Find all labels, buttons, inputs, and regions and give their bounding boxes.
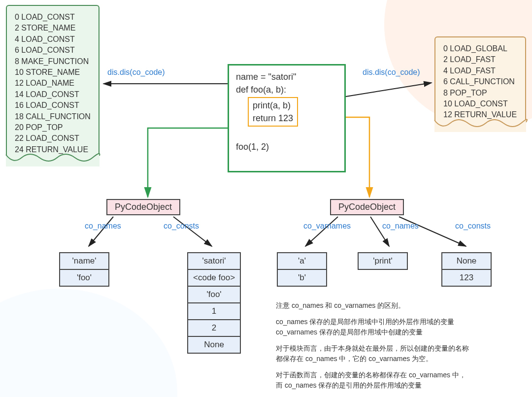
label-right-co-varnames: co_varnames bbox=[303, 222, 351, 231]
table-cell: 'foo' bbox=[188, 286, 240, 303]
note-1: 注意 co_names 和 co_varnames 的区别。 bbox=[276, 300, 522, 311]
table-cell: 'satori' bbox=[188, 253, 240, 269]
dis-line: 20 POP_TOP bbox=[15, 122, 91, 133]
dis-line: 2 LOAD_FAST bbox=[443, 54, 517, 65]
table-cell: 'foo' bbox=[60, 269, 109, 286]
dis-label-left: dis.dis(co_code) bbox=[107, 68, 165, 77]
dis-label-right: dis.dis(co_code) bbox=[363, 68, 420, 77]
dis-line: 0 LOAD_GLOBAL bbox=[443, 43, 517, 54]
dis-line: 4 LOAD_CONST bbox=[15, 34, 91, 45]
dis-line: 18 CALL_FUNCTION bbox=[15, 111, 91, 122]
table-cell: <code foo> bbox=[188, 269, 240, 286]
wavy-edge-icon bbox=[434, 119, 526, 132]
label-left-co-names: co_names bbox=[85, 222, 121, 231]
table-left-co-consts: 'satori'<code foo>'foo'12None bbox=[187, 252, 241, 354]
table-cell: 'a' bbox=[277, 253, 327, 269]
dis-line: 8 MAKE_FUNCTION bbox=[15, 56, 91, 67]
table-cell: None bbox=[188, 336, 240, 353]
src-inner-2: return 123 bbox=[253, 112, 293, 125]
dis-line: 2 STORE_NAME bbox=[15, 23, 91, 33]
dis-line: 22 LOAD_CONST bbox=[15, 133, 91, 144]
table-cell: 2 bbox=[188, 320, 240, 336]
table-right-co-consts: None123 bbox=[441, 252, 492, 287]
dis-line: 8 POP_TOP bbox=[443, 88, 517, 99]
foo-body-box: print(a, b) return 123 bbox=[248, 97, 298, 127]
table-cell: 1 bbox=[188, 303, 240, 320]
dis-line: 12 LOAD_NAME bbox=[15, 78, 91, 89]
dis-line: 14 LOAD_CONST bbox=[15, 89, 91, 100]
src-line-1: name = "satori" bbox=[236, 70, 337, 83]
note-2: co_names 保存的是局部作用域中引用的外层作用域的变量 co_varnam… bbox=[276, 317, 522, 337]
table-right-co-names: 'print' bbox=[358, 252, 408, 270]
pycodeobject-foo: PyCodeObject bbox=[330, 199, 404, 215]
dis-line: 6 CALL_FUNCTION bbox=[443, 76, 517, 87]
dis-box-function: 0 LOAD_GLOBAL2 LOAD_FAST4 LOAD_FAST6 CAL… bbox=[434, 36, 526, 132]
table-cell: 'print' bbox=[358, 253, 407, 269]
table-cell: 123 bbox=[442, 269, 491, 286]
note-4: 对于函数而言，创建的变量的名称都保存在 co_varnames 中， 而 co_… bbox=[276, 370, 522, 391]
label-right-co-consts: co_consts bbox=[455, 222, 491, 231]
label-right-co-names: co_names bbox=[382, 222, 419, 231]
wavy-edge-icon bbox=[6, 154, 100, 166]
src-line-5: foo(1, 2) bbox=[236, 140, 337, 153]
pycodeobject-module: PyCodeObject bbox=[106, 199, 180, 215]
bg-blob-bottom-left bbox=[0, 289, 177, 397]
dis-line: 6 LOAD_CONST bbox=[15, 45, 91, 56]
table-cell: None bbox=[442, 253, 491, 269]
table-cell: 'b' bbox=[277, 269, 327, 286]
table-cell: 'name' bbox=[60, 253, 109, 269]
dis-line: 10 LOAD_CONST bbox=[443, 99, 517, 109]
dis-line: 16 LOAD_CONST bbox=[15, 100, 91, 111]
dis-line: 0 LOAD_CONST bbox=[15, 12, 91, 23]
table-right-co-varnames: 'a''b' bbox=[277, 252, 327, 287]
table-left-co-names: 'name''foo' bbox=[59, 252, 109, 287]
note-3: 对于模块而言，由于本身就处在最外层，所以创建的变量的名称 都保存在 co_nam… bbox=[276, 343, 522, 364]
label-left-co-consts: co_consts bbox=[164, 222, 199, 231]
src-line-2: def foo(a, b): bbox=[236, 83, 337, 96]
dis-box-module: 0 LOAD_CONST2 STORE_NAME4 LOAD_CONST6 LO… bbox=[6, 5, 100, 166]
notes-block: 注意 co_names 和 co_varnames 的区别。 co_names … bbox=[276, 300, 522, 397]
dis-line: 10 STORE_NAME bbox=[15, 67, 91, 78]
dis-line: 4 LOAD_FAST bbox=[443, 66, 517, 76]
source-code-box: name = "satori" def foo(a, b): print(a, … bbox=[228, 64, 346, 172]
src-inner-1: print(a, b) bbox=[253, 99, 293, 112]
